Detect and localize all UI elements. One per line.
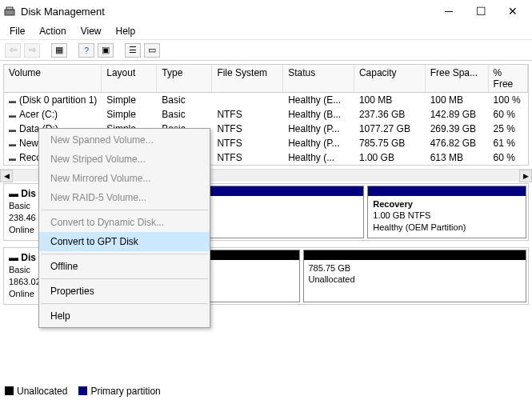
close-button[interactable]: ✕ — [497, 0, 529, 22]
disk1-name: Dis — [21, 252, 36, 263]
help-icon[interactable]: ? — [78, 43, 94, 58]
cell: 237.36 GB — [354, 107, 426, 122]
toolbar-btn-2[interactable]: ▣ — [98, 43, 114, 58]
cell — [212, 93, 283, 107]
menu-view[interactable]: View — [74, 24, 108, 38]
toolbar: ⇦ ⇨ ▦ ? ▣ ☰ ▭ — [0, 40, 532, 61]
scroll-right-icon[interactable]: ▶ — [519, 170, 532, 182]
forward-button[interactable]: ⇨ — [24, 43, 40, 58]
disk0-partition-recovery[interactable]: Recovery 1.00 GB NTFS Healthy (OEM Parti… — [367, 186, 526, 238]
col-capacity[interactable]: Capacity — [354, 65, 426, 92]
ctx-convert-dynamic[interactable]: Convert to Dynamic Disk... — [39, 213, 210, 232]
cell: 60 % — [489, 150, 528, 165]
context-menu: New Spanned Volume... New Striped Volume… — [38, 128, 210, 328]
recovery-status: Healthy (OEM Partition) — [373, 222, 521, 233]
toolbar-btn-3[interactable]: ☰ — [125, 43, 141, 58]
cell: Healthy (B... — [283, 107, 354, 122]
legend-unallocated: Unallocated — [5, 386, 67, 397]
recovery-size: 1.00 GB NTFS — [373, 210, 521, 221]
cell: 100 MB — [426, 93, 489, 107]
ctx-new-raid5[interactable]: New RAID-5 Volume... — [39, 188, 210, 207]
ctx-offline[interactable]: Offline — [39, 257, 210, 276]
column-headers: Volume Layout Type File System Status Ca… — [4, 65, 528, 93]
cell: 269.39 GB — [426, 122, 489, 136]
scroll-left-icon[interactable]: ◀ — [0, 170, 13, 182]
col-fs[interactable]: File System — [212, 65, 283, 92]
col-volume[interactable]: Volume — [4, 65, 102, 92]
cell: NTFS — [212, 150, 283, 165]
toolbar-btn-4[interactable]: ▭ — [144, 43, 160, 58]
volume-row[interactable]: Acer (C:)SimpleBasicNTFSHealthy (B...237… — [4, 107, 528, 122]
menubar: File Action View Help — [0, 22, 532, 40]
legend: Unallocated Primary partition — [5, 386, 161, 397]
recovery-name: Recovery — [373, 198, 521, 210]
menu-help[interactable]: Help — [110, 24, 142, 38]
cell: 60 % — [489, 107, 528, 122]
cell: Healthy (E... — [283, 93, 354, 107]
back-button[interactable]: ⇦ — [5, 43, 21, 58]
ctx-new-spanned[interactable]: New Spanned Volume... — [39, 130, 210, 150]
cell: NTFS — [212, 107, 283, 122]
svg-rect-0 — [5, 10, 14, 15]
cell: NTFS — [212, 122, 283, 136]
menu-file[interactable]: File — [3, 24, 31, 38]
cell: 785.75 GB — [354, 136, 426, 150]
toolbar-btn-1[interactable]: ▦ — [51, 43, 67, 58]
window-title: Disk Management — [21, 6, 433, 18]
cell: 61 % — [489, 136, 528, 150]
cell: (Disk 0 partition 1) — [4, 93, 102, 107]
cell: 142.89 GB — [426, 107, 489, 122]
cell: Basic — [157, 93, 212, 107]
cell: 613 MB — [426, 150, 489, 165]
cell: Healthy (P... — [283, 122, 354, 136]
cell: Simple — [102, 93, 157, 107]
cell: Acer (C:) — [4, 107, 102, 122]
cell: Simple — [102, 107, 157, 122]
col-status[interactable]: Status — [283, 65, 354, 92]
col-type[interactable]: Type — [157, 65, 212, 92]
minimize-button[interactable]: ─ — [433, 0, 465, 22]
cell: 25 % — [489, 122, 528, 136]
ctx-properties[interactable]: Properties — [39, 282, 210, 301]
cell: 100 % — [489, 93, 528, 107]
cell: Healthy (P... — [283, 136, 354, 150]
cell: 476.82 GB — [426, 136, 489, 150]
cell: Basic — [157, 107, 212, 122]
ctx-help[interactable]: Help — [39, 306, 210, 326]
cell: 1077.27 GB — [354, 122, 426, 136]
app-icon — [3, 5, 16, 18]
cell: 1.00 GB — [354, 150, 426, 165]
cell: Healthy (... — [283, 150, 354, 165]
legend-primary: Primary partition — [78, 386, 160, 397]
disk1-unalloc-2[interactable]: 785.75 GB Unallocated — [303, 250, 527, 302]
menu-action[interactable]: Action — [33, 24, 72, 38]
ctx-new-mirrored[interactable]: New Mirrored Volume... — [39, 169, 210, 188]
ctx-convert-gpt[interactable]: Convert to GPT Disk — [39, 232, 210, 251]
disk1-p2-size: 785.75 GB — [309, 262, 522, 274]
disk1-p2-status: Unallocated — [309, 274, 522, 285]
maximize-button[interactable]: ☐ — [465, 0, 497, 22]
cell: 100 MB — [354, 93, 426, 107]
ctx-new-striped[interactable]: New Striped Volume... — [39, 150, 210, 169]
volume-row[interactable]: (Disk 0 partition 1)SimpleBasicHealthy (… — [4, 93, 528, 107]
col-pct[interactable]: % Free — [489, 65, 528, 92]
disk0-name: Dis — [21, 188, 36, 199]
col-free[interactable]: Free Spa... — [426, 65, 489, 92]
col-layout[interactable]: Layout — [102, 65, 157, 92]
svg-rect-1 — [6, 7, 13, 10]
cell: NTFS — [212, 136, 283, 150]
